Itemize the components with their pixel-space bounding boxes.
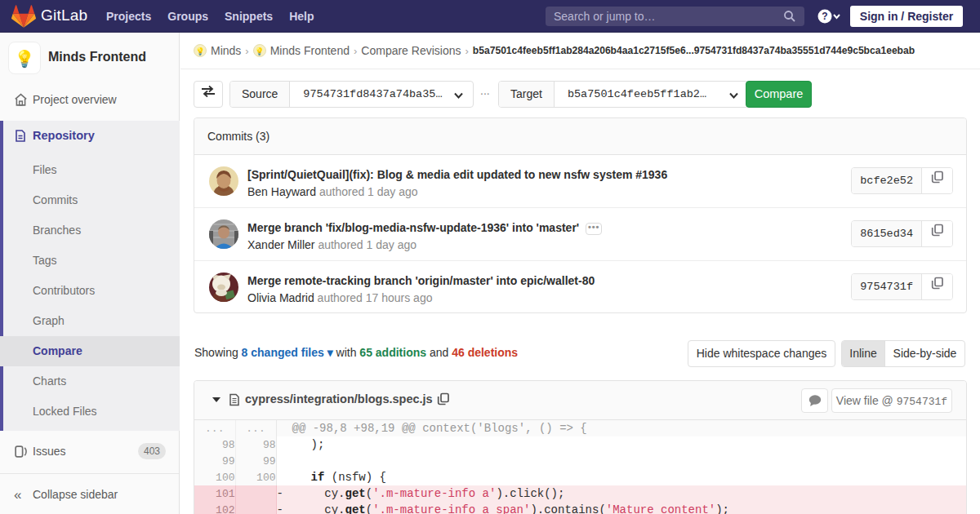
svg-text:?: ? [822, 11, 827, 22]
